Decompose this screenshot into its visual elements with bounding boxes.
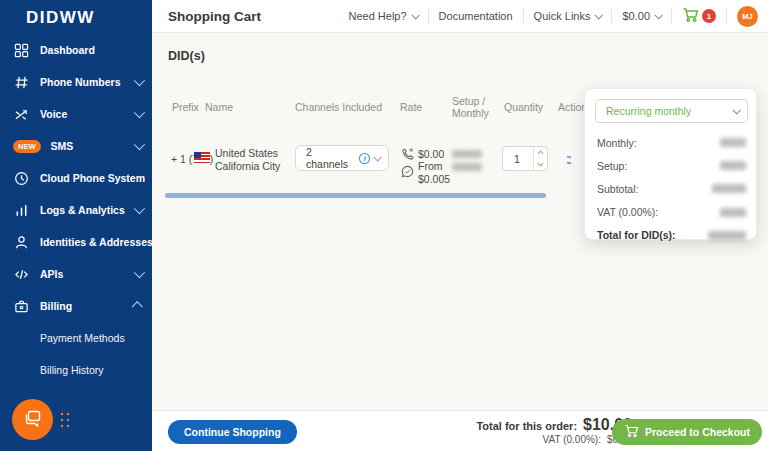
total-amount-redacted: [708, 231, 746, 240]
horizontal-scrollbar[interactable]: [165, 193, 546, 198]
summary-row-total: Total for DID(s):: [585, 224, 758, 247]
vat-label: VAT (0.00%):: [597, 206, 658, 218]
sidebar-item-sms[interactable]: NEW SMS: [0, 130, 152, 162]
did-city: California City: [215, 160, 280, 173]
sidebar-item-label: Billing: [40, 300, 72, 312]
new-badge: NEW: [13, 140, 41, 153]
sms-rate-value: $0.005: [418, 173, 450, 186]
sidebar-item-billing[interactable]: Billing: [0, 290, 152, 322]
chevron-down-icon: [654, 11, 662, 19]
chevron-down-icon: [134, 75, 145, 86]
vat-amount-redacted: [720, 208, 746, 217]
need-help-label: Need Help?: [349, 10, 407, 22]
top-bar: Shopping Cart Need Help? Documentation Q…: [152, 0, 768, 33]
column-header-quantity: Quantity: [504, 101, 543, 113]
divider: [428, 9, 429, 23]
summary-row-vat: VAT (0.00%):: [585, 201, 758, 224]
shopping-cart-page: DIDWW Dashboard Phone Numbers Voice: [0, 0, 768, 451]
sidebar-item-billing-history[interactable]: Billing History: [0, 354, 152, 386]
balance-value: $0.00: [622, 10, 650, 22]
column-header-setup-monthly: Setup / Monthly: [452, 95, 498, 119]
sidebar-item-identities-addresses[interactable]: Identities & Addresses: [0, 226, 152, 258]
sidebar-subitem-label: Payment Methods: [40, 332, 125, 344]
sidebar-item-label: APIs: [40, 268, 63, 280]
incoming-call-icon: [401, 147, 414, 160]
setup-amount-redacted: [720, 161, 746, 170]
balance-menu[interactable]: $0.00: [622, 10, 661, 22]
total-label: Total for DID(s):: [597, 229, 676, 241]
cart-count-badge: 1: [702, 9, 716, 23]
sidebar: DIDWW Dashboard Phone Numbers Voice: [0, 0, 152, 451]
sidebar-item-label: Cloud Phone System: [40, 172, 145, 184]
chevron-down-icon: [134, 267, 145, 278]
briefcase-icon: [13, 298, 30, 315]
sidebar-item-label: Dashboard: [40, 44, 95, 56]
divider: [523, 9, 524, 23]
phone-system-icon: [13, 170, 30, 187]
quick-links-menu[interactable]: Quick Links: [534, 10, 602, 22]
voice-routes-icon: [13, 106, 30, 123]
did-name: United States California City: [215, 147, 280, 173]
proceed-to-checkout-button[interactable]: Proceed to Checkout: [612, 419, 762, 445]
column-header-channels: Channels Included: [295, 101, 382, 113]
sidebar-item-apis[interactable]: APIs: [0, 258, 152, 290]
order-totals: Total for this order: $10.00 VAT (0.00%)…: [476, 416, 632, 445]
user-avatar[interactable]: MJ: [737, 6, 758, 27]
chevron-up-icon: [132, 301, 143, 312]
dashboard-icon: [13, 42, 30, 59]
billing-period-select[interactable]: Recurring monthly: [595, 99, 748, 123]
quantity-stepper[interactable]: 1: [502, 146, 548, 171]
sidebar-item-logs-analytics[interactable]: Logs & Analytics: [0, 194, 152, 226]
sidebar-item-payment-methods[interactable]: Payment Methods: [0, 322, 152, 354]
documentation-link[interactable]: Documentation: [439, 10, 513, 22]
person-icon: [13, 234, 30, 251]
sidebar-item-label: SMS: [51, 140, 74, 152]
sidebar-item-label: Identities & Addresses: [40, 236, 153, 248]
sidebar-subitem-label: Billing History: [40, 364, 104, 376]
cart-button[interactable]: 1: [682, 7, 716, 25]
monthly-amount-redacted: [720, 138, 746, 147]
sidebar-item-label: Voice: [40, 108, 67, 120]
monthly-label: Monthly:: [597, 137, 637, 149]
chevron-down-icon: [134, 139, 145, 150]
actions-partial-icon[interactable]: [565, 153, 573, 171]
divider: [611, 9, 612, 23]
subtotal-label: Subtotal:: [597, 183, 638, 195]
sidebar-item-dashboard[interactable]: Dashboard: [0, 34, 152, 66]
sms-rate: From $0.005: [418, 160, 450, 186]
setup-label: Setup:: [597, 160, 627, 172]
sms-rate-from: From: [418, 160, 450, 173]
chat-button[interactable]: [12, 399, 53, 440]
chevron-down-icon: [374, 153, 382, 161]
checkout-label: Proceed to Checkout: [645, 426, 750, 438]
code-icon: [13, 266, 30, 283]
chevron-down-icon: [411, 11, 419, 19]
column-header-rate: Rate: [400, 101, 422, 113]
sidebar-item-phone-numbers[interactable]: Phone Numbers: [0, 66, 152, 98]
need-help-menu[interactable]: Need Help?: [349, 10, 418, 22]
footer-bar: Continue Shopping Total for this order: …: [152, 410, 768, 451]
chat-drag-handle[interactable]: [59, 411, 71, 429]
column-header-prefix: Prefix: [172, 101, 199, 113]
sidebar-item-cloud-phone-system[interactable]: Cloud Phone System: [0, 162, 152, 194]
hash-icon: [13, 74, 30, 91]
top-nav: Need Help? Documentation Quick Links $0.…: [349, 6, 768, 27]
quick-links-label: Quick Links: [534, 10, 591, 22]
billing-period-value: Recurring monthly: [606, 105, 691, 117]
bar-chart-icon: [13, 202, 30, 219]
page-title: Shopping Cart: [168, 9, 261, 24]
quantity-up-button[interactable]: [534, 147, 547, 159]
did-country: United States: [215, 147, 280, 160]
us-flag-icon: [194, 152, 210, 163]
info-icon[interactable]: i: [359, 153, 370, 164]
quantity-down-button[interactable]: [534, 159, 547, 171]
cart-icon: [624, 424, 639, 440]
sidebar-item-label: Phone Numbers: [40, 76, 121, 88]
chevron-down-icon: [134, 107, 145, 118]
documentation-label: Documentation: [439, 10, 513, 22]
section-title-dids: DID(s): [168, 49, 205, 63]
summary-row-monthly: Monthly:: [585, 131, 758, 154]
sidebar-item-voice[interactable]: Voice: [0, 98, 152, 130]
channels-select[interactable]: 2 channels i: [295, 145, 389, 171]
continue-shopping-button[interactable]: Continue Shopping: [168, 420, 297, 444]
